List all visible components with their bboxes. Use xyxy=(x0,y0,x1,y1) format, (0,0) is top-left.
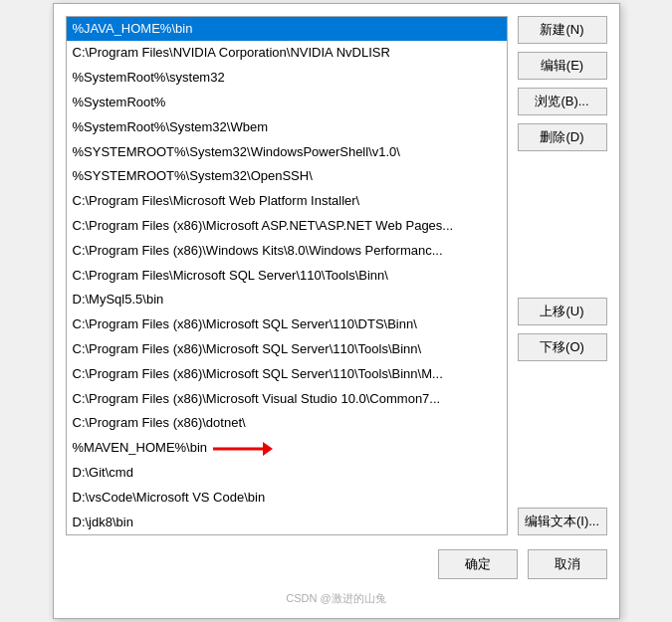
list-item[interactable]: D:\MySql5.5\bin xyxy=(67,288,507,312)
path-list-container[interactable]: %JAVA_HOME%\binC:\Program Files\NVIDIA C… xyxy=(66,16,508,536)
list-item[interactable]: D:\Git\cmd xyxy=(67,461,507,486)
list-item[interactable]: C:\Program Files (x86)\Microsoft SQL Ser… xyxy=(67,362,507,387)
list-item[interactable]: C:\Program Files (x86)\Microsoft Visual … xyxy=(67,387,507,412)
cancel-button[interactable]: 取消 xyxy=(528,549,607,579)
list-item[interactable]: C:\Program Files (x86)\Microsoft ASP.NET… xyxy=(67,214,507,239)
list-item[interactable]: D:\vsCode\Microsoft VS Code\bin xyxy=(67,486,507,511)
browse-button[interactable]: 浏览(B)... xyxy=(518,88,607,115)
list-item[interactable]: %SYSTEMROOT%\System32\OpenSSH\ xyxy=(67,164,507,189)
list-item[interactable]: C:\Program Files (x86)\Microsoft SQL Ser… xyxy=(67,312,507,337)
list-item[interactable]: C:\Program Files\Microsoft SQL Server\11… xyxy=(67,264,507,289)
list-item[interactable]: %SystemRoot%\system32 xyxy=(67,66,507,91)
main-area: %JAVA_HOME%\binC:\Program Files\NVIDIA C… xyxy=(66,16,607,536)
list-item-text: %MAVEN_HOME%\bin xyxy=(73,438,208,459)
list-item[interactable]: %SystemRoot%\System32\Wbem xyxy=(67,115,507,140)
ok-button[interactable]: 确定 xyxy=(438,549,518,579)
watermark: CSDN @激进的山兔 xyxy=(66,591,607,606)
move-down-button[interactable]: 下移(O) xyxy=(518,333,607,361)
list-item[interactable]: %SYSTEMROOT%\System32\WindowsPowerShell\… xyxy=(67,140,507,165)
edit-button[interactable]: 编辑(E) xyxy=(518,52,607,80)
list-item[interactable]: C:\Program Files\NVIDIA Corporation\NVID… xyxy=(67,41,507,66)
list-item[interactable]: %MAVEN_HOME%\bin xyxy=(67,436,507,461)
footer: 确定 取消 xyxy=(66,545,607,579)
edit-text-button[interactable]: 编辑文本(I)... xyxy=(518,508,607,535)
list-item[interactable]: %JAVA_HOME%\bin xyxy=(67,17,507,42)
list-item[interactable]: C:\Program Files (x86)\dotnet\ xyxy=(67,411,507,436)
list-item[interactable]: C:\Program Files (x86)\Microsoft SQL Ser… xyxy=(67,337,507,362)
list-item[interactable]: %SystemRoot% xyxy=(67,91,507,115)
arrow-icon xyxy=(213,440,273,458)
list-item[interactable]: D:\jdk8\bin xyxy=(67,511,507,535)
list-item[interactable]: C:\Program Files\Microsoft Web Platform … xyxy=(67,189,507,214)
action-buttons-column: 新建(N) 编辑(E) 浏览(B)... 删除(D) 上移(U) 下移(O) 编… xyxy=(518,16,607,536)
environment-variables-dialog: %JAVA_HOME%\binC:\Program Files\NVIDIA C… xyxy=(53,3,620,620)
arrow-row: %MAVEN_HOME%\bin xyxy=(73,438,501,459)
delete-button[interactable]: 删除(D) xyxy=(518,123,607,151)
new-button[interactable]: 新建(N) xyxy=(518,16,607,44)
move-up-button[interactable]: 上移(U) xyxy=(518,298,607,325)
list-item[interactable]: C:\Program Files (x86)\Windows Kits\8.0\… xyxy=(67,239,507,264)
